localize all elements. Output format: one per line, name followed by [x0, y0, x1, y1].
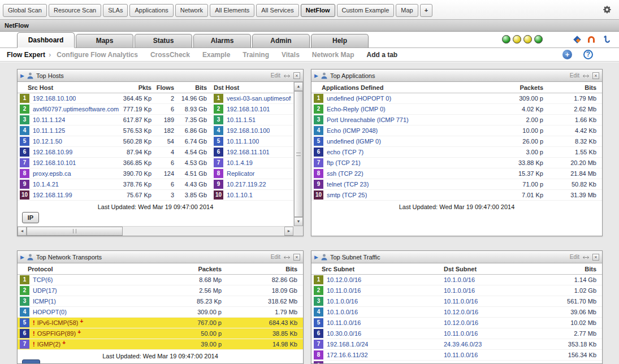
src-host-link[interactable]: avxf60797.uptimesoftware.com: [33, 106, 119, 112]
vertical-scrollbar[interactable]: ▲ ▼: [293, 82, 303, 226]
dst-host-link[interactable]: 10.11.1.100: [227, 138, 259, 145]
subnav-item-vitals[interactable]: Vitals: [282, 51, 300, 59]
resize-icon[interactable]: [583, 71, 589, 81]
application-link[interactable]: Echo (ICMP 2048): [327, 127, 378, 134]
top-tab-all-elements[interactable]: All Elements: [210, 4, 254, 17]
dst-subnet-link[interactable]: 10.11.0.0/16: [444, 298, 478, 305]
arc-logo-icon[interactable]: [587, 35, 596, 46]
top-tab-map[interactable]: Map: [396, 4, 418, 17]
application-link[interactable]: undefined (HOPOPT 0): [327, 95, 391, 102]
src-subnet-link[interactable]: 10.11.0.0/16: [327, 287, 361, 294]
dst-host-link[interactable]: 10.1.10.1: [227, 192, 253, 198]
horizontal-scrollbar[interactable]: ◄ ►: [18, 226, 293, 236]
src-subnet-link[interactable]: 192.168.1.0/24: [327, 341, 368, 348]
dst-host-link[interactable]: 10.11.1.51: [227, 116, 256, 123]
src-host-link[interactable]: 10.11.1.125: [33, 127, 65, 134]
dst-host-link[interactable]: 192.168.10.100: [227, 127, 270, 134]
help-icon[interactable]: ?: [583, 50, 593, 59]
protocol-link[interactable]: OSPFIGP(89): [37, 330, 76, 337]
tab-help[interactable]: Help: [311, 34, 369, 48]
column-header-bits[interactable]: Bits: [174, 84, 207, 91]
subnav-item-example[interactable]: Example: [202, 51, 230, 59]
expand-icon[interactable]: +: [77, 329, 81, 335]
src-subnet-link[interactable]: 172.16.6.11/32: [327, 352, 368, 358]
tab-status[interactable]: Status: [135, 34, 192, 48]
subnav-item-crosscheck[interactable]: CrossCheck: [150, 51, 190, 59]
protocol-link[interactable]: ICMP(1): [33, 298, 56, 305]
column-header-bits[interactable]: Bits: [222, 266, 301, 272]
status-orb-4[interactable]: [534, 35, 543, 44]
src-host-link[interactable]: 192.168.10.101: [33, 159, 76, 166]
application-link[interactable]: smtp (TCP 25): [327, 192, 367, 198]
column-header-flows[interactable]: Flows: [151, 84, 174, 91]
dst-subnet-link[interactable]: 10.11.0.0/16: [444, 330, 478, 337]
application-link[interactable]: telnet (TCP 23): [327, 181, 369, 188]
top-tab-network[interactable]: Network: [175, 4, 208, 17]
dst-subnet-link[interactable]: 10.1.0.0/16: [444, 276, 475, 283]
top-tab-global-scan[interactable]: Global Scan: [3, 4, 47, 17]
top-tab-all-services[interactable]: All Services: [256, 4, 298, 17]
footer-button[interactable]: [22, 359, 40, 364]
src-subnet-link[interactable]: 10.30.0.0/16: [327, 330, 361, 337]
scroll-left-icon[interactable]: ◄: [18, 227, 27, 236]
status-orb-2[interactable]: [513, 35, 521, 44]
src-subnet-link[interactable]: 10.1.0.0/16: [327, 309, 358, 315]
scroll-right-icon[interactable]: ►: [284, 227, 293, 236]
src-host-link[interactable]: 192.168.10.100: [33, 95, 76, 102]
column-header-dst-host[interactable]: Dst Host: [207, 84, 291, 91]
src-host-link[interactable]: 192.168.11.99: [33, 192, 72, 198]
scrollbar-thumb[interactable]: [294, 91, 303, 217]
resize-icon[interactable]: [583, 252, 589, 262]
column-header-applications[interactable]: Applications Defined: [314, 84, 475, 91]
collapse-icon[interactable]: ▶: [314, 254, 318, 260]
scroll-up-icon[interactable]: ▲: [294, 82, 303, 91]
top-tab-applications[interactable]: Applications: [129, 4, 173, 17]
column-header-dst-subnet[interactable]: Dst Subnet: [444, 266, 538, 272]
diamond-logo-icon[interactable]: [573, 35, 582, 46]
dst-host-link[interactable]: 10.217.119.22: [227, 181, 266, 188]
column-header-packets[interactable]: Packets: [137, 266, 222, 272]
src-host-link[interactable]: 192.168.10.99: [33, 149, 72, 155]
column-header-bits[interactable]: Bits: [543, 84, 600, 91]
hook-logo-icon[interactable]: [601, 35, 610, 46]
subnav-item-training[interactable]: Training: [243, 51, 269, 59]
scroll-down-icon[interactable]: ▼: [294, 217, 303, 226]
resize-icon[interactable]: [284, 71, 290, 81]
top-tab-custom-example[interactable]: Custom Example: [337, 4, 395, 17]
top-tab-netflow[interactable]: NetFlow: [301, 4, 335, 17]
edit-button[interactable]: Edit: [570, 72, 579, 79]
collapse-icon[interactable]: ▶: [314, 73, 318, 79]
dst-host-link[interactable]: 192.168.10.101: [227, 106, 270, 112]
ip-filter-button[interactable]: IP: [22, 212, 39, 223]
protocol-link[interactable]: IPv6-ICMP(58): [37, 319, 79, 326]
src-host-link[interactable]: 10.11.1.124: [33, 116, 65, 123]
column-header-src-host[interactable]: Src Host: [20, 84, 120, 91]
application-link[interactable]: Port Unreachable (ICMP 771): [327, 116, 409, 123]
top-tab-slas[interactable]: SLAs: [103, 4, 128, 17]
close-icon[interactable]: ×: [293, 254, 300, 261]
application-link[interactable]: ssh (TCP 22): [327, 170, 363, 177]
subnav-item-network-map[interactable]: Network Map: [312, 51, 354, 59]
application-link[interactable]: ftp (TCP 21): [327, 159, 361, 166]
dst-subnet-link[interactable]: 10.1.0.0/16: [444, 287, 475, 294]
subnav-item-flow-expert[interactable]: Flow Expert: [7, 51, 45, 59]
status-orb-3[interactable]: [523, 35, 532, 44]
subnav-item-configure-flow-analytics[interactable]: Configure Flow Analytics: [57, 51, 138, 59]
resize-icon[interactable]: [284, 252, 290, 262]
tab-admin[interactable]: Admin: [252, 34, 310, 48]
edit-button[interactable]: Edit: [271, 72, 280, 79]
collapse-icon[interactable]: ▶: [20, 73, 24, 79]
close-icon[interactable]: ×: [592, 72, 599, 79]
application-link[interactable]: echo (TCP 7): [327, 149, 363, 155]
dst-host-link[interactable]: Replicator: [227, 170, 255, 177]
expand-icon[interactable]: +: [80, 318, 83, 324]
column-header-protocol[interactable]: Protocol: [20, 266, 137, 272]
src-subnet-link[interactable]: 10.1.0.0/16: [327, 298, 358, 305]
dst-subnet-link[interactable]: 24.39.46.0/23: [444, 341, 482, 348]
add-tab-button[interactable]: +: [420, 4, 432, 17]
collapse-icon[interactable]: ▶: [20, 254, 24, 260]
dst-subnet-link[interactable]: 10.11.0.0/16: [444, 352, 478, 358]
application-link[interactable]: undefined (IGMP 0): [327, 138, 381, 145]
protocol-link[interactable]: UDP(17): [33, 287, 57, 294]
column-header-packets[interactable]: Packets: [475, 84, 543, 91]
